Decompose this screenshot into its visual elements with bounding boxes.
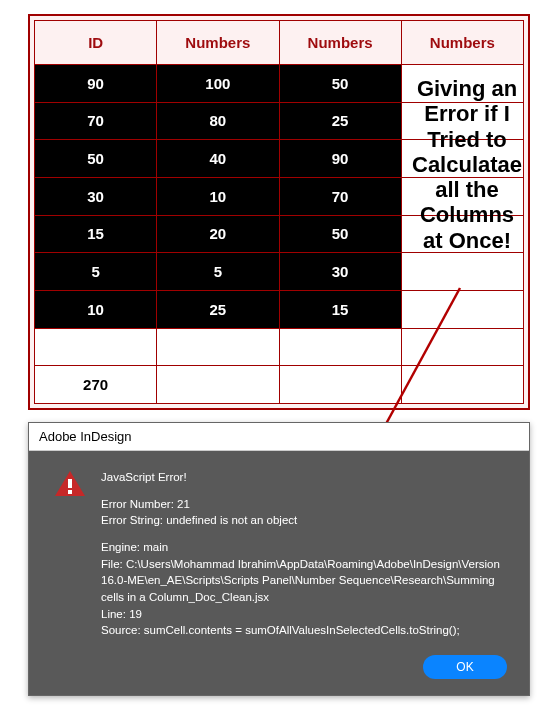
table-cell: 40 [157,140,279,178]
table-cell: 10 [35,290,157,328]
error-heading: JavaScript Error! [101,469,515,486]
table-cell [401,253,523,291]
table-cell [401,215,523,253]
data-table-container: ID Numbers Numbers Numbers 9010050708025… [28,14,530,410]
table-row-sum: 270 [35,366,524,404]
table-cell [157,366,279,404]
table-row: 708025 [35,102,524,140]
error-number-line: Error Number: 21 [101,496,515,513]
sum-cell: 270 [35,366,157,404]
table-cell [401,290,523,328]
table-row: 504090 [35,140,524,178]
table-cell [157,328,279,366]
table-cell: 20 [157,215,279,253]
line-line: Line: 19 [101,606,515,623]
table-cell: 30 [279,253,401,291]
col-header-numbers-2: Numbers [279,21,401,65]
table-cell: 70 [279,177,401,215]
table-cell [279,328,401,366]
table-cell: 15 [279,290,401,328]
dialog-title: Adobe InDesign [29,423,529,451]
warning-icon [53,469,87,499]
table-cell: 5 [157,253,279,291]
col-header-numbers-1: Numbers [157,21,279,65]
table-cell: 25 [157,290,279,328]
engine-line: Engine: main [101,539,515,556]
table-cell: 25 [279,102,401,140]
table-cell: 30 [35,177,157,215]
table-cell: 5 [35,253,157,291]
table-cell: 50 [279,215,401,253]
table-row: 301070 [35,177,524,215]
error-string-line: Error String: undefined is not an object [101,512,515,529]
source-line: Source: sumCell.contents = sumOfAllValue… [101,622,515,639]
table-cell: 90 [279,140,401,178]
table-cell: 15 [35,215,157,253]
table-row: 152050 [35,215,524,253]
table-cell [35,328,157,366]
col-header-numbers-3: Numbers [401,21,523,65]
table-cell [401,177,523,215]
error-content: JavaScript Error! Error Number: 21 Error… [101,469,515,639]
table-cell [279,366,401,404]
table-row: 102515 [35,290,524,328]
table-cell [401,366,523,404]
table-row-empty [35,328,524,366]
svg-rect-1 [68,479,72,488]
table-cell: 90 [35,65,157,103]
table-cell: 70 [35,102,157,140]
table-cell: 80 [157,102,279,140]
table-cell [401,140,523,178]
table-row: 5530 [35,253,524,291]
table-cell [401,102,523,140]
svg-rect-2 [68,490,72,494]
table-cell [401,65,523,103]
table-cell: 100 [157,65,279,103]
file-line: File: C:\Users\Mohammad Ibrahim\AppData\… [101,556,515,606]
table-cell: 50 [35,140,157,178]
table-cell: 50 [279,65,401,103]
table-row: 9010050 [35,65,524,103]
error-dialog: Adobe InDesign JavaScript Error! Error N… [28,422,530,696]
data-table: ID Numbers Numbers Numbers 9010050708025… [34,20,524,404]
dialog-body: JavaScript Error! Error Number: 21 Error… [29,451,529,695]
table-cell: 10 [157,177,279,215]
table-cell [401,328,523,366]
col-header-id: ID [35,21,157,65]
ok-button[interactable]: OK [423,655,507,679]
